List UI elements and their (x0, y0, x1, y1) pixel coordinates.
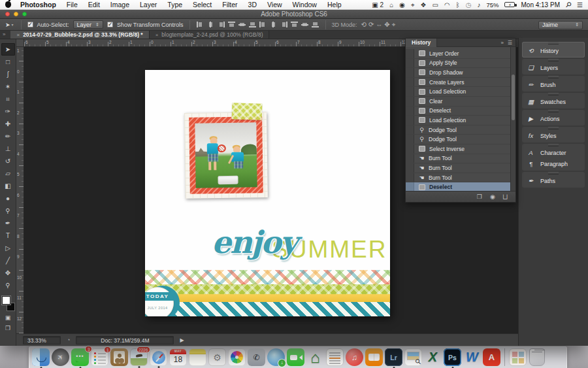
close-window-button[interactable] (5, 12, 10, 16)
healing-brush-tool[interactable]: ✚ (1, 118, 15, 130)
distribute-horizontal-centers-icon[interactable] (269, 21, 278, 28)
document-tab[interactable]: ×2014-07-29_Bubbles-2.psd @ 33.3% (RGB/8… (10, 31, 149, 39)
panel-button-paragraph[interactable]: ¶Paragraph (522, 158, 585, 169)
distribute-top-edges-icon[interactable] (290, 21, 299, 28)
dock-home-app[interactable]: ⌂ (306, 348, 324, 366)
dock-facetime[interactable] (287, 348, 304, 366)
panel-button-brush[interactable]: ✏Brush (522, 79, 585, 90)
history-state-checkbox[interactable] (406, 97, 414, 106)
volume-icon[interactable]: ♪ (477, 0, 480, 10)
collapse-panel-icon[interactable]: » (500, 40, 507, 46)
dock-communication-app[interactable]: ✆ (248, 348, 265, 366)
dropbox-icon[interactable]: ❖ (421, 0, 427, 10)
dock-ibooks[interactable] (365, 348, 383, 366)
menu-edit[interactable]: Edit (88, 1, 100, 8)
dock-launchpad[interactable]: ✈ (52, 348, 69, 366)
align-vertical-centers-icon[interactable] (238, 21, 246, 28)
3d-pan-icon[interactable]: ⇔ (376, 20, 382, 29)
align-bottom-edges-icon[interactable] (248, 21, 257, 28)
scrapbook-page[interactable]: enjoy SUMMER TODAY JULY 2014 (145, 70, 390, 316)
battery-icon[interactable]: ⚡ (504, 2, 515, 7)
align-left-edges-icon[interactable] (196, 21, 204, 28)
notification-center-icon[interactable]: ☰ (577, 0, 583, 10)
history-state[interactable]: Create Layers (406, 78, 510, 88)
path-selection-tool[interactable]: ▷ (1, 242, 15, 254)
panel-button-paths[interactable]: ✒Paths (522, 175, 585, 186)
dock-adobe-creative[interactable]: A (483, 348, 500, 366)
zoom-level-field[interactable]: 33.33% (23, 336, 61, 344)
marquee-tool[interactable]: □ (1, 56, 15, 68)
dock-lightroom[interactable]: Lr (385, 348, 402, 366)
panel-button-character[interactable]: ACharacter (522, 147, 585, 158)
workspace-dropdown[interactable]: Jaime⇕ (538, 21, 583, 29)
history-state-checkbox[interactable] (406, 107, 414, 116)
panel-button-history[interactable]: ⟲History (522, 45, 585, 56)
history-state[interactable]: ⚲Dodge Tool (406, 125, 510, 135)
minimize-window-button[interactable] (14, 12, 18, 16)
history-scrollbar[interactable] (510, 47, 515, 191)
align-top-edges-icon[interactable] (227, 21, 236, 28)
menu-type[interactable]: Type (167, 1, 182, 8)
wifi-icon[interactable]: ◠ (444, 0, 450, 10)
spotlight-icon[interactable]: ⚲ (563, 0, 574, 10)
brush-tool[interactable]: ✏ (1, 130, 15, 142)
menu-file[interactable]: File (67, 1, 78, 8)
eyedropper-tool[interactable]: ✑ (1, 105, 15, 118)
blur-tool[interactable]: ● (1, 192, 15, 205)
distribute-vertical-centers-icon[interactable] (301, 21, 309, 28)
dock-document-app[interactable] (326, 348, 344, 366)
dock-photos[interactable] (228, 348, 246, 366)
history-state[interactable]: Select Inverse (406, 144, 510, 154)
history-tab[interactable]: History (406, 39, 437, 47)
history-state[interactable]: Load Selection (406, 87, 510, 97)
new-snapshot-icon[interactable]: ◉ (490, 193, 495, 200)
dock-word[interactable]: W (463, 348, 481, 366)
history-state[interactable]: ☚Burn Tool (406, 154, 510, 164)
history-state-checkbox[interactable] (406, 59, 414, 68)
eraser-tool[interactable]: ▱ (1, 167, 15, 180)
status-options-arrow[interactable]: ▶ (180, 337, 184, 343)
zoom-tool[interactable]: ⚲ (1, 279, 15, 292)
clock-status-icon[interactable]: ◷ (466, 0, 472, 10)
clone-stamp-tool[interactable]: ⊥ (1, 142, 15, 155)
apple-menu-icon[interactable] (5, 1, 11, 8)
dock-trash[interactable] (529, 348, 545, 366)
show-transform-checkbox[interactable] (107, 22, 113, 27)
history-brush-tool[interactable]: ↺ (1, 155, 15, 167)
dock-preview[interactable] (404, 348, 422, 366)
menu-clock[interactable]: Mon 4:13 PM (521, 1, 559, 8)
app-notification-icon[interactable]: ▣ 2 (372, 0, 384, 10)
history-state-checkbox[interactable] (406, 154, 414, 163)
3d-scale-icon[interactable]: ⌖ (392, 20, 396, 29)
history-state-checkbox[interactable] (406, 125, 414, 135)
history-state[interactable]: ⚲Dodge Tool (406, 135, 510, 144)
distribute-right-edges-icon[interactable] (280, 21, 288, 28)
history-state-checkbox[interactable] (406, 182, 414, 191)
dock-finder[interactable] (32, 348, 50, 366)
close-tab-icon[interactable]: × (155, 32, 159, 38)
window-titlebar[interactable]: Adobe Photoshop CS6 (0, 10, 588, 19)
menu-select[interactable]: Select (193, 1, 212, 8)
move-tool[interactable]: ➤ (1, 43, 15, 56)
history-state-checkbox[interactable] (406, 87, 414, 96)
menu-view[interactable]: View (267, 1, 282, 8)
dock-notes[interactable] (189, 348, 206, 366)
airplay-display-icon[interactable]: ▭ (433, 0, 438, 10)
panel-button-swatches[interactable]: ▦Swatches (522, 96, 585, 107)
new-document-from-state-icon[interactable]: ❐ (477, 193, 482, 200)
dock-iphoto[interactable]: 2226 (130, 348, 148, 366)
dock-messages[interactable]: •••3 (71, 348, 89, 366)
quick-mask-button[interactable]: ▣ (1, 312, 15, 323)
delete-state-icon[interactable]: ⨆ (503, 193, 508, 201)
history-state-checkbox[interactable] (406, 163, 414, 173)
alert-menu-icon[interactable]: ⌖ (411, 0, 415, 10)
menu-layer[interactable]: Layer (140, 1, 157, 8)
dock-recent-scrapbook-document[interactable] (509, 348, 527, 366)
panel-menu-icon[interactable]: ☰ (508, 40, 515, 46)
gradient-tool[interactable]: ◧ (1, 180, 15, 192)
history-state[interactable]: ☚Burn Tool (406, 173, 510, 183)
dock-calendar[interactable]: MAY18 (169, 348, 187, 366)
dock-reminders[interactable]: 1 (91, 348, 108, 366)
history-state[interactable]: ☚Burn Tool (406, 163, 510, 173)
color-swatches[interactable] (1, 295, 15, 311)
